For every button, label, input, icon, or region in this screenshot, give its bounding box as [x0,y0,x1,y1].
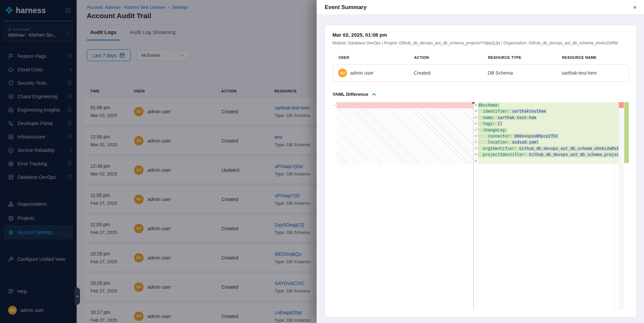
diff-right-lines: +dbschema:+ identifier: sarthaktesthem+ … [474,102,619,164]
diff-line-band: name: sarthak-test-hem [478,115,619,121]
diff-added-line: + projectIdentifier: Github_db_devops_au… [474,152,619,158]
column-header-resource-name: RESOURCE NAME [562,55,623,59]
event-timestamp: Mar 02, 2025, 01:08 pm [332,32,629,38]
diff-overview-ruler[interactable] [619,102,629,310]
drawer-title: Event Summary [325,4,367,10]
yaml-difference-label: YAML Difference [332,92,368,97]
diff-removed-pane: − [332,102,474,310]
yaml-key: projectIdentifier: [483,152,526,157]
yaml-key: location: [488,140,510,145]
diff-line-band: tags: [] [478,121,619,127]
column-header-resource-type: RESOURCE TYPE [488,55,562,59]
column-header-action: ACTION [414,55,488,59]
yaml-value: DbDevopsoBKpcpIfEV [514,134,558,138]
diff-added-line: + connector: DbDevopsoBKpcpIfEV [474,133,619,139]
screen: ❖ harness ACCOUNT Abhinav - Kitchen Sin.… [0,0,644,323]
event-table-header: USER ACTION RESOURCE TYPE RESOURCE NAME [332,55,629,59]
plus-icon: + [474,121,478,127]
diff-added-line: + [474,158,619,164]
diff-line-band: dbschema: [478,102,619,108]
yaml-key: orgIdentifier: [483,146,517,151]
yaml-value: [] [497,121,502,126]
diff-added-pane: +dbschema:+ identifier: sarthaktesthem+ … [474,102,619,310]
event-resource-type: DB Schema [488,70,562,76]
yaml-value: Github_db_devops_aut_db_schema_ehnkcZwRb… [519,146,619,151]
event-card: Mar 02, 2025, 01:08 pm Module: Database … [325,25,637,318]
collapse-chevron-up-icon [372,93,376,96]
yaml-value: Github_db_devops_aut_db_schema_projectvY… [529,152,619,157]
diff-pane-handle [472,102,475,104]
user-name: admin user [350,70,373,76]
diff-removed-line [336,102,473,108]
editor-margin-ruler [614,102,614,310]
plus-icon: + [474,127,478,133]
minus-icon: − [333,103,335,108]
diff-line-band: identifier: sarthaktesthem [478,108,619,114]
plus-icon: + [474,115,478,121]
diff-line-band: connector: DbDevopsoBKpcpIfEV [478,133,619,139]
diff-line-band: orgIdentifier: Github_db_devops_aut_db_s… [478,146,619,152]
diff-added-line: + orgIdentifier: Github_db_devops_aut_db… [474,146,619,152]
plus-icon: + [474,158,478,164]
diff-empty-hatch [336,108,473,164]
diff-added-line: + changeLog: [474,127,619,133]
diff-added-line: + name: sarthak-test-hem [474,115,619,121]
yaml-key: name: [483,115,495,120]
yaml-diff-viewer: − +dbschema:+ identifier: sarthaktesthem… [332,102,629,310]
yaml-key: changeLog: [483,128,507,132]
overview-removed-marker [619,102,624,108]
column-header-user: USER [338,55,414,59]
yaml-key: tags: [483,121,495,126]
yaml-value: asdsad.yaml [512,140,538,145]
diff-added-line: +dbschema: [474,102,619,108]
event-summary-drawer: Event Summary × Mar 02, 2025, 01:08 pm M… [317,0,644,323]
diff-added-line: + identifier: sarthaktesthem [474,108,619,114]
yaml-difference-toggle[interactable]: YAML Difference [332,92,629,97]
yaml-key: identifier: [483,109,509,114]
drawer-header: Event Summary × [317,0,644,15]
plus-icon: + [474,152,478,158]
plus-icon: + [474,139,478,145]
diff-line-band: changeLog: [478,127,619,133]
diff-removed-body [336,102,473,310]
event-resource-name: sarthak-test-hem [562,70,623,76]
plus-icon: + [474,146,478,152]
yaml-key: dbschema: [478,103,500,108]
close-icon[interactable]: × [633,4,637,10]
drawer-body: Mar 02, 2025, 01:08 pm Module: Database … [317,15,644,323]
overview-added-marker [624,102,629,163]
diff-line-band [478,158,619,164]
event-context: Module: Database DevOps | Project: Githu… [332,41,629,45]
avatar: AU [338,69,347,77]
diff-added-line: + location: asdsad.yaml [474,139,619,145]
event-table-row: AU admin user Created DB Schema sarthak-… [332,64,629,82]
plus-icon: + [474,108,478,114]
event-user-cell: AU admin user [338,69,414,77]
plus-icon: + [474,133,478,139]
overview-track [619,102,624,310]
yaml-value: sarthak-test-hem [497,115,536,120]
diff-line-band: projectIdentifier: Github_db_devops_aut_… [478,152,619,158]
diff-added-line: + tags: [] [474,121,619,127]
yaml-key: connector: [488,134,512,138]
diff-removed-gutter: − [332,102,336,310]
diff-line-band: location: asdsad.yaml [478,139,619,145]
event-action: Created [414,70,488,76]
yaml-value: sarthaktesthem [512,109,546,114]
